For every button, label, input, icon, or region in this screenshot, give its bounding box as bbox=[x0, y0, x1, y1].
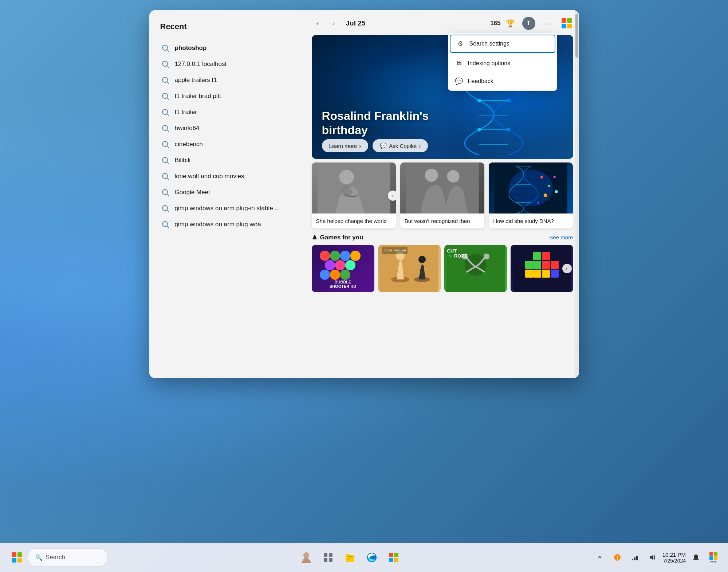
win-logo-blue bbox=[12, 558, 16, 563]
story-card-image-3 bbox=[489, 162, 573, 213]
story-card-next-1[interactable]: › bbox=[388, 191, 396, 201]
recent-item-12[interactable]: gimp windows on arm plug woa bbox=[157, 216, 299, 232]
recent-text: cinebench bbox=[175, 141, 203, 148]
avatar[interactable]: T bbox=[522, 17, 535, 30]
story-card-text-3: How did she study DNA? bbox=[489, 213, 573, 228]
recent-item-4[interactable]: f1 trailer brad pitt bbox=[157, 88, 299, 104]
svg-point-59 bbox=[330, 251, 340, 261]
network-icon[interactable] bbox=[627, 550, 642, 565]
svg-point-12 bbox=[162, 141, 168, 146]
recent-text: f1 trailer brad pitt bbox=[175, 93, 221, 100]
taskbar-system-tray: 10:21 PM 7/25/2024 PRE bbox=[593, 550, 721, 565]
svg-point-42 bbox=[339, 170, 354, 184]
search-icon bbox=[161, 76, 170, 85]
recent-item-7[interactable]: cinebench bbox=[157, 136, 299, 152]
recent-list: photoshop 127.0.0.1 localhost apple trai… bbox=[157, 40, 299, 232]
taskbar-date-display: 7/25/2024 bbox=[662, 558, 686, 564]
svg-line-5 bbox=[167, 82, 169, 84]
svg-line-15 bbox=[167, 162, 169, 164]
svg-point-8 bbox=[162, 109, 168, 114]
svg-rect-84 bbox=[525, 261, 533, 269]
settings-icon: ⚙ bbox=[456, 40, 464, 48]
taskbar-time-display: 10:21 PM bbox=[662, 552, 686, 558]
recent-text: apple trailers f1 bbox=[175, 77, 217, 84]
context-menu-item-indexing[interactable]: 🖥 Indexing options bbox=[448, 54, 557, 72]
svg-point-72 bbox=[418, 256, 426, 263]
story-card-2[interactable]: But wasn't recognized then bbox=[400, 162, 484, 228]
scrollbar-thumb[interactable] bbox=[575, 14, 578, 58]
game-card-cut-rope[interactable]: CUT🦎 ROPE bbox=[444, 245, 507, 292]
recent-item-11[interactable]: gimp windows on arm plug-in stable ... bbox=[157, 200, 299, 216]
taskbar-apps bbox=[108, 548, 593, 567]
svg-point-40 bbox=[507, 128, 510, 132]
taskbar-app-store[interactable] bbox=[384, 548, 403, 567]
context-menu-label-search-settings: Search settings bbox=[469, 40, 509, 47]
svg-rect-81 bbox=[542, 261, 550, 269]
svg-point-38 bbox=[507, 99, 510, 102]
win-logo-green bbox=[17, 552, 22, 557]
svg-point-67 bbox=[340, 270, 350, 280]
scrollbar-track[interactable] bbox=[575, 10, 579, 378]
context-menu-item-search-settings[interactable]: ⚙ Search settings bbox=[450, 35, 555, 53]
svg-point-14 bbox=[162, 157, 168, 162]
recent-item-5[interactable]: f1 trailer bbox=[157, 104, 299, 120]
taskbar-app-taskview[interactable] bbox=[319, 548, 338, 567]
recent-text: Bilibili bbox=[175, 157, 190, 164]
search-icon bbox=[161, 172, 170, 181]
story-card-3[interactable]: How did she study DNA? bbox=[489, 162, 573, 228]
taskbar-app-filemanager[interactable] bbox=[341, 548, 359, 567]
recent-item-9[interactable]: lone wolf and cub movies bbox=[157, 168, 299, 184]
recent-item-6[interactable]: hwinfo64 bbox=[157, 120, 299, 136]
svg-point-56 bbox=[554, 176, 556, 178]
svg-point-78 bbox=[484, 254, 489, 259]
story-card-1[interactable]: She helped change the world › bbox=[312, 162, 396, 228]
taskbar-app-copilot[interactable] bbox=[297, 548, 316, 567]
taskbar-search-label: Search bbox=[46, 554, 65, 561]
taskbar-app-edge[interactable] bbox=[362, 548, 381, 567]
svg-point-62 bbox=[325, 260, 335, 270]
taskbar-search-icon: 🔍 bbox=[35, 554, 43, 561]
recent-item-3[interactable]: apple trailers f1 bbox=[157, 72, 299, 88]
search-icon bbox=[161, 124, 170, 133]
svg-rect-96 bbox=[347, 556, 353, 557]
recent-text: photoshop bbox=[175, 44, 207, 52]
recent-item-10[interactable]: Google Meet bbox=[157, 184, 299, 200]
recent-text: gimp windows on arm plug-in stable ... bbox=[175, 205, 280, 212]
start-button[interactable] bbox=[7, 548, 26, 567]
svg-point-61 bbox=[350, 251, 361, 261]
ask-copilot-button[interactable]: 💬 Ask Copilot › bbox=[373, 139, 428, 152]
recent-item-8[interactable]: Bilibili bbox=[157, 152, 299, 168]
recent-item-2[interactable]: 127.0.0.1 localhost bbox=[157, 56, 299, 72]
recent-text: Google Meet bbox=[175, 189, 210, 196]
taskbar-clock[interactable]: 10:21 PM 7/25/2024 bbox=[662, 552, 686, 564]
more-button[interactable]: ··· bbox=[542, 17, 554, 30]
svg-point-65 bbox=[320, 270, 330, 280]
svg-point-57 bbox=[555, 190, 558, 193]
svg-rect-80 bbox=[542, 252, 550, 260]
notifications-button[interactable] bbox=[689, 550, 703, 565]
learn-more-button[interactable]: Learn more › bbox=[322, 139, 369, 152]
taskbar: 🔍 Search bbox=[0, 543, 728, 572]
game-card-tetris[interactable]: › bbox=[511, 245, 573, 292]
svg-point-53 bbox=[548, 185, 550, 187]
see-more-link[interactable]: See more bbox=[549, 234, 573, 240]
svg-rect-83 bbox=[533, 261, 541, 269]
svg-rect-105 bbox=[632, 559, 633, 560]
svg-point-91 bbox=[304, 556, 306, 559]
svg-point-66 bbox=[330, 270, 340, 280]
svg-point-54 bbox=[544, 193, 547, 197]
game-card-chess[interactable]: CODE THIS LAB bbox=[378, 245, 441, 292]
volume-icon[interactable] bbox=[645, 550, 660, 565]
recent-item-1[interactable]: photoshop bbox=[157, 40, 299, 56]
game-card-bubble-shooter[interactable]: BUBBLESHOOTER HD bbox=[312, 245, 374, 292]
context-menu-item-feedback[interactable]: 💬 Feedback bbox=[448, 72, 557, 90]
win-logo-yellow bbox=[17, 558, 22, 563]
forward-button[interactable]: › bbox=[328, 17, 340, 30]
taskbar-search-bar[interactable]: 🔍 Search bbox=[28, 548, 108, 567]
show-hidden-icons-button[interactable] bbox=[593, 550, 607, 565]
games-next-button[interactable]: › bbox=[562, 264, 572, 273]
sidebar: Recent photoshop 127.0.0.1 localhost app… bbox=[149, 10, 306, 378]
back-button[interactable]: ‹ bbox=[312, 17, 324, 30]
svg-point-76 bbox=[465, 254, 487, 276]
svg-line-17 bbox=[167, 178, 169, 180]
